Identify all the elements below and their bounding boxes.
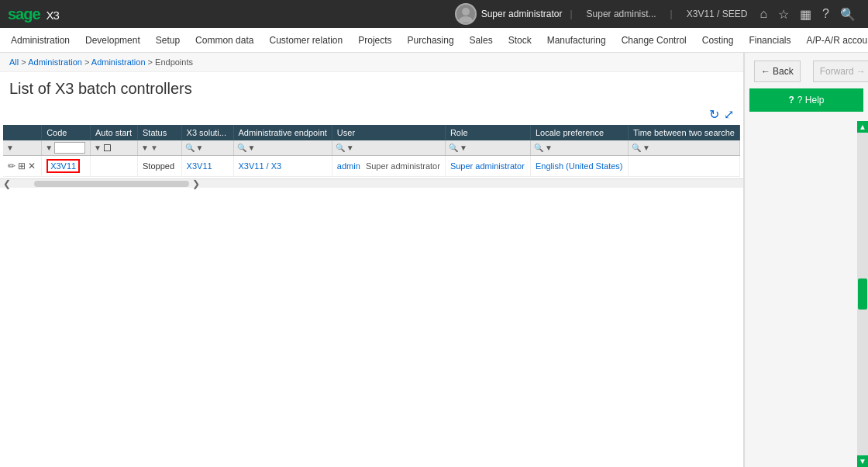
menu-bar: Administration Development Setup Common … [0,28,868,53]
filter-locale-search[interactable]: 🔍 [534,144,543,152]
home-icon[interactable]: ⌂ [755,4,772,24]
admin-endpoint-link[interactable]: X3V11 / X3 [239,161,282,171]
menu-financials[interactable]: Financials [741,30,798,50]
top-bar: sage X3 Super administrator | Super admi… [0,0,868,28]
refresh-icon[interactable]: ↻ [709,107,719,122]
horizontal-scrollbar[interactable]: ❮ ❯ [0,178,743,188]
expand-icon[interactable]: ⤢ [724,107,734,122]
help-button[interactable]: ? ? Help [749,88,863,112]
filter-endpoint: 🔍 ▼ [233,140,332,156]
forward-arrow-icon: → [856,66,866,77]
help-icon[interactable]: ? [818,4,834,24]
user-display-name: Super administrator [481,9,563,19]
copy-button[interactable]: ⊞ [18,161,26,171]
help-label: ? Help [797,95,825,106]
menu-change-control[interactable]: Change Control [614,30,694,50]
status-value: Stopped [143,161,174,171]
role-link[interactable]: Super administrator [450,161,525,171]
filter-actions-icon[interactable]: ▼ [6,144,14,152]
filter-role-icon[interactable]: ▼ [460,144,467,152]
svg-point-0 [462,8,470,16]
breadcrumb: All > Administration > Administration > … [0,53,743,72]
breadcrumb-sep3: > [148,57,155,67]
breadcrumb-admin1[interactable]: Administration [28,57,82,67]
back-button[interactable]: ← Back [754,61,801,82]
user-sub-label: Super administrator [366,161,440,171]
scroll-thumb[interactable] [34,181,189,187]
table-row: ✏ ⊞ ✕ X3V11 Stopped [3,156,740,177]
filter-endpoint-search[interactable]: 🔍 [237,144,246,152]
menu-stock[interactable]: Stock [501,30,539,50]
menu-ap-ar[interactable]: A/P-A/R accounting [798,30,868,50]
scroll-thumb-v [858,278,867,310]
locale-link[interactable]: English (United States) [536,161,623,171]
filter-auto-checkbox[interactable]: ☐ [103,143,112,154]
filter-endpoint-icon[interactable]: ▼ [248,144,256,152]
row-role-cell: Super administrator [445,156,530,177]
filter-user-icon[interactable]: ▼ [346,144,354,152]
filter-code-input[interactable] [54,142,85,154]
row-user-cell: admin Super administrator [332,156,445,177]
filter-user-search[interactable]: 🔍 [336,144,345,152]
scroll-down-arrow[interactable]: ▼ [857,455,868,467]
scroll-left-arrow[interactable]: ❮ [3,178,11,189]
main-layout: All > Administration > Administration > … [0,53,868,467]
svg-point-1 [459,16,473,22]
menu-sales[interactable]: Sales [462,30,501,50]
grid-icon[interactable]: ▦ [795,4,816,25]
x3-solution-link[interactable]: X3V11 [187,161,212,171]
filter-code-icon[interactable]: ▼ [45,144,53,152]
vertical-scrollbar[interactable]: ▲ ▼ [857,121,868,467]
menu-projects[interactable]: Projects [350,30,399,50]
row-status-cell: Stopped [138,156,182,177]
sage-logo: sage X3 [8,5,59,23]
forward-button[interactable]: Forward → [813,61,868,82]
filter-status-dropdown[interactable]: ▼ [150,144,158,152]
delete-button[interactable]: ✕ [28,161,36,171]
row-x3-cell: X3V11 [181,156,233,177]
filter-role: 🔍 ▼ [445,140,530,156]
menu-purchasing[interactable]: Purchasing [400,30,462,50]
row-auto-start-cell [90,156,137,177]
table-filter-row: ▼ ▼ ▼ ☐ [3,140,740,156]
back-arrow-icon: ← [761,66,770,77]
filter-time-search[interactable]: 🔍 [632,144,641,152]
table-header-row: Code Auto start Status X3 soluti... Admi… [3,125,740,140]
user-info: Super administrator | Super administ... … [455,3,754,25]
star-icon[interactable]: ☆ [773,4,794,25]
row-time-cell [628,156,739,177]
filter-locale: 🔍 ▼ [530,140,628,156]
server-info[interactable]: X3V11 / SEED [680,5,754,22]
user-short-name[interactable]: Super administ... [580,5,663,22]
col-header-admin-endpoint: Administrative endpoint [233,125,332,140]
filter-locale-icon[interactable]: ▼ [545,144,553,152]
col-header-status: Status [138,125,182,140]
menu-costing[interactable]: Costing [694,30,742,50]
x3-text: X3 [46,9,59,22]
edit-button[interactable]: ✏ [8,161,16,171]
filter-auto-icon[interactable]: ▼ [94,144,102,152]
breadcrumb-admin2[interactable]: Administration [91,57,146,67]
menu-manufacturing[interactable]: Manufacturing [539,30,614,50]
scroll-right-arrow[interactable]: ❯ [192,178,200,189]
row-code-cell: X3V11 [42,156,91,177]
menu-customer-relation[interactable]: Customer relation [261,30,350,50]
row-locale-cell: English (United States) [530,156,628,177]
search-icon[interactable]: 🔍 [835,4,860,25]
menu-development[interactable]: Development [78,30,148,50]
breadcrumb-all[interactable]: All [9,57,19,67]
user-link[interactable]: admin [337,161,360,171]
forward-label: Forward [820,66,854,77]
filter-x3-search[interactable]: 🔍 [185,144,195,152]
filter-time-icon[interactable]: ▼ [642,144,650,152]
code-link[interactable]: X3V11 [46,159,80,173]
menu-common-data[interactable]: Common data [188,30,261,50]
filter-x3-icon[interactable]: ▼ [196,144,204,152]
menu-setup[interactable]: Setup [148,30,188,50]
scroll-up-arrow[interactable]: ▲ [857,121,868,133]
menu-administration[interactable]: Administration [3,30,78,50]
filter-role-search[interactable]: 🔍 [449,144,458,152]
col-header-auto-start: Auto start [90,125,137,140]
filter-status-icon[interactable]: ▼ [141,144,149,152]
col-header-role: Role [445,125,530,140]
